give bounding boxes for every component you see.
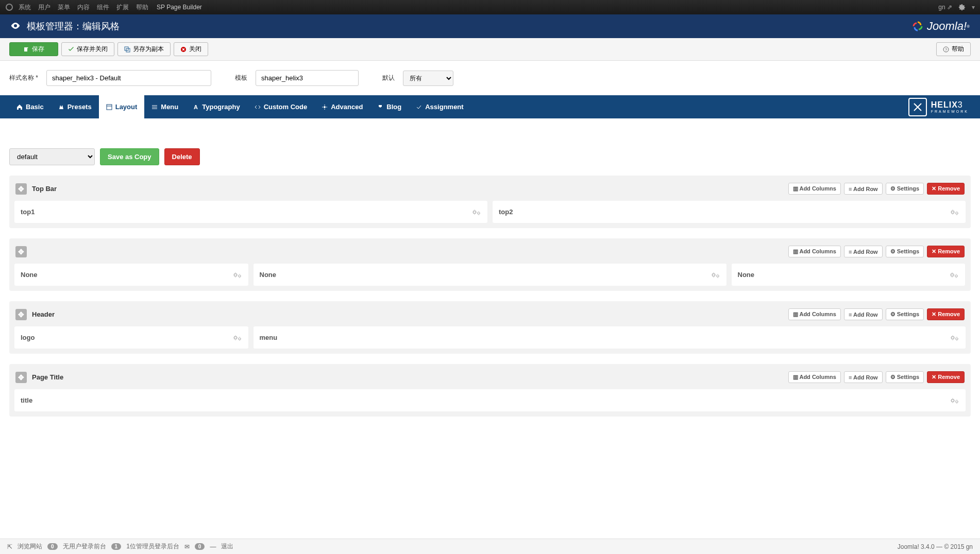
svg-point-25	[956, 401, 958, 403]
menu-users[interactable]: 用户	[38, 3, 50, 12]
joomla-icon[interactable]	[5, 3, 13, 11]
menu-content[interactable]: 内容	[77, 3, 90, 12]
layout-column[interactable]: None	[732, 264, 966, 286]
layout-row: ✥ ▥ Add Columns ≡ Add Row ⚙ Settings ✕ R…	[9, 238, 971, 291]
column-settings-icon[interactable]	[233, 334, 242, 341]
copy-icon	[124, 46, 130, 53]
style-name-input[interactable]	[46, 70, 211, 86]
remove-row-button[interactable]: ✕ Remove	[927, 246, 965, 257]
drag-handle-icon[interactable]: ✥	[15, 309, 27, 320]
svg-point-9	[324, 106, 326, 108]
add-columns-button[interactable]: ▥ Add Columns	[788, 246, 841, 257]
menu-menus[interactable]: 菜单	[58, 3, 70, 12]
gear-icon[interactable]	[958, 4, 966, 11]
column-settings-icon[interactable]	[472, 209, 481, 216]
column-label: top1	[21, 208, 472, 216]
layout-column[interactable]: title	[14, 389, 966, 411]
layout-row: ✥ Top Bar ▥ Add Columns ≡ Add Row ⚙ Sett…	[9, 176, 971, 228]
svg-text:?: ?	[945, 47, 948, 52]
dropdown-caret-icon[interactable]: ▾	[972, 4, 975, 11]
column-label: title	[21, 396, 950, 404]
add-row-button[interactable]: ≡ Add Row	[844, 183, 883, 195]
menu-help[interactable]: 帮助	[136, 3, 148, 12]
column-label: None	[21, 271, 233, 279]
save-copy-button[interactable]: 另存为副本	[117, 42, 171, 56]
row-settings-button[interactable]: ⚙ Settings	[886, 183, 924, 195]
column-label: None	[260, 271, 711, 279]
cancel-icon	[180, 46, 187, 53]
remove-row-button[interactable]: ✕ Remove	[927, 183, 965, 195]
row-settings-button[interactable]: ⚙ Settings	[886, 308, 924, 320]
apply-icon	[23, 46, 29, 53]
remove-row-button[interactable]: ✕ Remove	[927, 371, 965, 383]
tab-custom-code[interactable]: Custom Code	[247, 95, 315, 118]
add-row-button[interactable]: ≡ Add Row	[844, 308, 883, 320]
drag-handle-icon[interactable]: ✥	[15, 372, 27, 383]
menu-extensions[interactable]: 扩展	[116, 3, 129, 12]
close-button[interactable]: 关闭	[174, 42, 208, 56]
svg-point-17	[717, 275, 719, 277]
row-title: Page Title	[32, 373, 788, 381]
style-form-row: 样式名称 * 模板 默认 所有	[0, 61, 980, 95]
svg-point-23	[956, 338, 958, 340]
add-columns-button[interactable]: ▥ Add Columns	[788, 371, 841, 383]
tab-assignment[interactable]: Assignment	[409, 95, 470, 118]
tab-menu[interactable]: Menu	[144, 95, 185, 118]
layout-row: ✥ Header ▥ Add Columns ≡ Add Row ⚙ Setti…	[9, 301, 971, 354]
layout-column[interactable]: None	[254, 264, 726, 286]
add-columns-button[interactable]: ▥ Add Columns	[788, 183, 841, 195]
eye-icon	[10, 21, 21, 32]
tab-blog[interactable]: Blog	[370, 95, 409, 118]
layout-builder: default Save as Copy Delete ✥ Top Bar ▥ …	[0, 118, 980, 436]
tab-advanced[interactable]: Advanced	[314, 95, 370, 118]
add-columns-button[interactable]: ▥ Add Columns	[788, 308, 841, 320]
column-settings-icon[interactable]	[950, 334, 959, 341]
svg-point-19	[955, 275, 957, 277]
row-title: Top Bar	[32, 185, 788, 193]
user-menu[interactable]: gn ⇗	[938, 4, 952, 11]
save-button[interactable]: 保存	[9, 42, 58, 56]
tab-presets[interactable]: Presets	[51, 95, 99, 118]
row-settings-button[interactable]: ⚙ Settings	[886, 371, 924, 383]
add-row-button[interactable]: ≡ Add Row	[844, 371, 883, 383]
layout-preset-select[interactable]: default	[9, 148, 95, 165]
layout-column[interactable]: menu	[254, 326, 966, 349]
column-settings-icon[interactable]	[950, 271, 959, 279]
column-label: top2	[499, 208, 950, 216]
row-settings-button[interactable]: ⚙ Settings	[886, 246, 924, 257]
layout-column[interactable]: top1	[14, 201, 487, 223]
svg-rect-6	[107, 105, 112, 110]
tab-basic[interactable]: Basic	[9, 95, 51, 118]
save-as-copy-button[interactable]: Save as Copy	[100, 148, 159, 165]
delete-button[interactable]: Delete	[164, 148, 200, 165]
layout-column[interactable]: None	[14, 264, 248, 286]
save-close-button[interactable]: 保存并关闭	[61, 42, 114, 56]
column-settings-icon[interactable]	[950, 209, 959, 216]
column-label: logo	[21, 334, 233, 341]
remove-row-button[interactable]: ✕ Remove	[927, 308, 965, 320]
topbar-menu: 系统 用户 菜单 内容 组件 扩展 帮助	[19, 3, 148, 12]
svg-point-11	[478, 212, 480, 214]
check-icon	[68, 46, 74, 53]
template-label: 模板	[235, 74, 247, 82]
menu-components[interactable]: 组件	[97, 3, 109, 12]
svg-point-13	[956, 212, 958, 214]
sp-builder-link[interactable]: SP Page Builder	[157, 4, 202, 11]
default-label: 默认	[382, 74, 395, 82]
menu-system[interactable]: 系统	[19, 3, 31, 12]
column-label: None	[738, 271, 950, 279]
drag-handle-icon[interactable]: ✥	[15, 246, 27, 257]
layout-column[interactable]: top2	[493, 201, 966, 223]
column-settings-icon[interactable]	[950, 397, 959, 404]
tab-typography[interactable]: ATypography	[185, 95, 247, 118]
layout-column[interactable]: logo	[14, 326, 248, 349]
drag-handle-icon[interactable]: ✥	[15, 183, 27, 195]
default-select[interactable]: 所有	[403, 71, 453, 86]
add-row-button[interactable]: ≡ Add Row	[844, 246, 883, 257]
tab-layout[interactable]: Layout	[99, 95, 145, 118]
name-label: 样式名称 *	[9, 74, 38, 82]
column-settings-icon[interactable]	[233, 271, 242, 279]
page-title: 模板管理器：编辑风格	[27, 20, 910, 32]
column-settings-icon[interactable]	[711, 271, 720, 279]
help-button[interactable]: ? 帮助	[936, 42, 971, 56]
